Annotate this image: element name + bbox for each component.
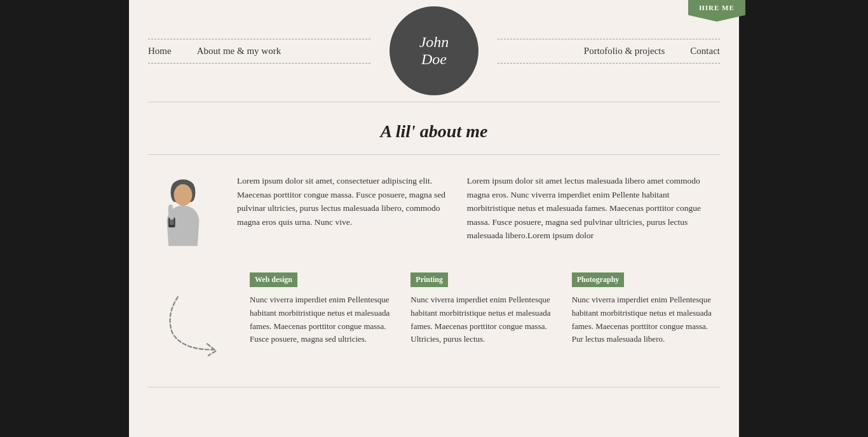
person-silhouette bbox=[154, 177, 212, 247]
nav-about[interactable]: About me & my work bbox=[197, 46, 281, 57]
skill-col-photography: Photography Nunc viverra imperdiet enim … bbox=[572, 272, 720, 346]
skills-section: Web design Nunc viverra imperdiet enim P… bbox=[129, 266, 739, 387]
logo-circle[interactable]: John Doe bbox=[390, 6, 478, 95]
nav-contact[interactable]: Contact bbox=[690, 46, 720, 57]
arrow-svg bbox=[151, 285, 234, 361]
nav-right: Portofolio & projects Contact bbox=[498, 39, 720, 64]
about-content: Lorem ipsum dolor sit amet, consectetuer… bbox=[129, 174, 739, 266]
outer-wrapper: HIRE ME Home About me & my work John Doe… bbox=[0, 0, 868, 437]
main-container: HIRE ME Home About me & my work John Doe… bbox=[129, 0, 739, 437]
about-heading: A lil' about me bbox=[129, 102, 739, 154]
webdesign-badge: Web design bbox=[250, 272, 297, 287]
nav-left: Home About me & my work bbox=[148, 39, 370, 64]
logo-first-name: John bbox=[419, 34, 449, 51]
bottom-divider bbox=[148, 387, 720, 387]
webdesign-text: Nunc viverra imperdiet enim Pellentesque… bbox=[250, 293, 398, 346]
about-image bbox=[148, 174, 218, 247]
about-divider bbox=[148, 154, 720, 155]
skill-col-webdesign: Web design Nunc viverra imperdiet enim P… bbox=[250, 272, 398, 346]
photography-badge: Photography bbox=[572, 272, 625, 287]
about-text-left: Lorem ipsum dolor sit amet, consectetuer… bbox=[237, 174, 448, 247]
printing-text: Nunc viverra imperdiet enim Pellentesque… bbox=[410, 293, 559, 346]
photography-text: Nunc viverra imperdiet enim Pellentesque… bbox=[572, 293, 720, 346]
logo-last-name: Doe bbox=[421, 51, 447, 68]
svg-point-4 bbox=[174, 184, 193, 206]
skills-arrow bbox=[148, 272, 237, 361]
nav-bar: Home About me & my work John Doe Portofo… bbox=[129, 0, 739, 102]
printing-badge: Printing bbox=[410, 272, 448, 287]
hire-me-label: HIRE ME bbox=[699, 4, 735, 11]
nav-portfolio[interactable]: Portofolio & projects bbox=[584, 46, 665, 57]
skill-col-printing: Printing Nunc viverra imperdiet enim Pel… bbox=[410, 272, 559, 346]
about-text-right: Lorem ipsum dolor sit amet lectus malesu… bbox=[467, 174, 720, 247]
nav-home[interactable]: Home bbox=[148, 46, 172, 57]
